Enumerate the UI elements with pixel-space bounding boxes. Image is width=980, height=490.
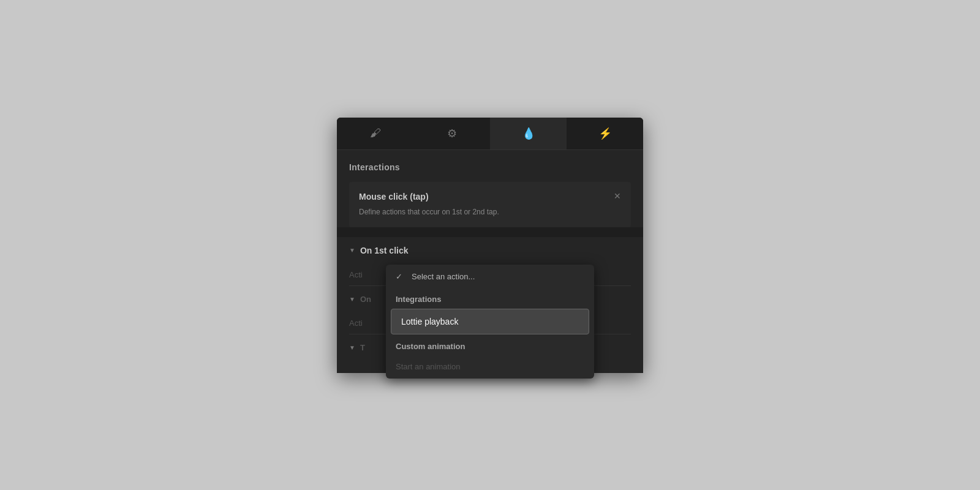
panel-content: Interactions Mouse click (tap) ✕ Define …	[337, 150, 643, 227]
interaction-description: Define actions that occur on 1st or 2nd …	[359, 206, 621, 217]
tab-lightning[interactable]: ⚡	[567, 118, 643, 149]
lightning-icon: ⚡	[598, 127, 612, 140]
close-button[interactable]: ✕	[614, 192, 621, 200]
main-panel: 🖌 ⚙ 💧 ⚡ Interactions Mouse click (tap) ✕…	[337, 118, 643, 373]
third-label: T	[360, 343, 365, 352]
check-icon: ✓	[396, 272, 405, 281]
drops-icon: 💧	[522, 127, 535, 140]
tab-style[interactable]: 🖌	[337, 118, 413, 149]
tab-interactions[interactable]: 💧	[490, 118, 567, 149]
lottie-label: Lottie playback	[401, 317, 458, 326]
interaction-block: Mouse click (tap) ✕ Define actions that …	[349, 182, 631, 227]
first-click-header[interactable]: ▼ On 1st click	[349, 237, 631, 264]
dropdown-group-custom-animation: Custom animation	[386, 336, 594, 355]
second-click-label: On	[360, 295, 371, 304]
tab-bar: 🖌 ⚙ 💧 ⚡	[337, 118, 643, 150]
brush-icon: 🖌	[370, 127, 381, 140]
dropdown-item-lottie[interactable]: Lottie playback	[391, 309, 589, 334]
action-label-2: Acti	[349, 318, 386, 328]
chevron-down-icon-3: ▼	[349, 344, 355, 351]
dropdown-item-select-label: Select an action...	[412, 272, 475, 281]
dropdown-group-integrations: Integrations	[386, 288, 594, 307]
gear-icon: ⚙	[447, 127, 457, 140]
first-click-label: On 1st click	[360, 246, 409, 255]
section-title: Interactions	[349, 162, 631, 172]
action-label-1: Acti	[349, 270, 386, 279]
interaction-title: Mouse click (tap)	[359, 192, 429, 202]
tab-settings[interactable]: ⚙	[413, 118, 490, 149]
chevron-down-icon: ▼	[349, 247, 355, 254]
action-dropdown[interactable]: ✓ Select an action... Integrations Lotti…	[386, 265, 594, 379]
interaction-header: Mouse click (tap) ✕	[359, 192, 621, 202]
dropdown-item-start-animation: Start an animation	[386, 355, 594, 379]
start-animation-label: Start an animation	[396, 362, 461, 371]
dropdown-item-select-action[interactable]: ✓ Select an action...	[386, 265, 594, 288]
chevron-down-icon-2: ▼	[349, 296, 355, 303]
